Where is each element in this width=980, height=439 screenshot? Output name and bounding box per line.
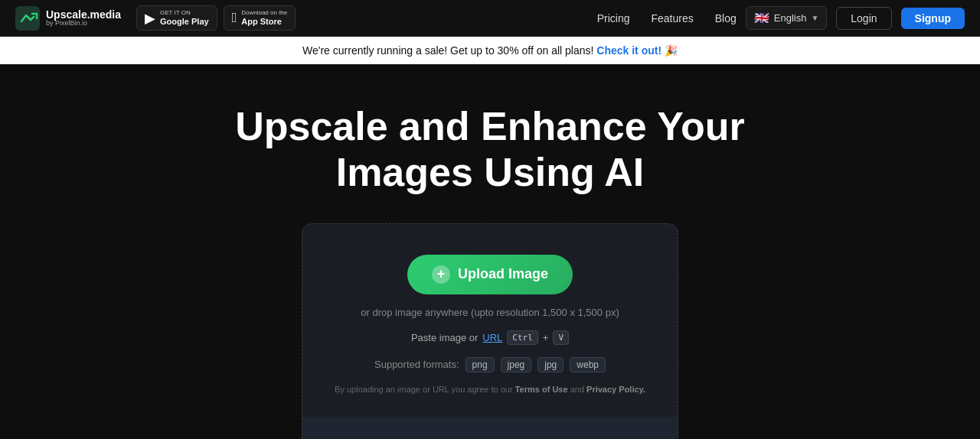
nav-features[interactable]: Features (651, 12, 693, 24)
signup-button[interactable]: Signup (901, 8, 965, 29)
google-play-button[interactable]: ▶ GET IT ON Google Play (136, 5, 217, 31)
app-store-button[interactable]:  Download on the App Store (224, 5, 296, 31)
bulk-section: Want to Upscale Images in bulk? (302, 417, 678, 439)
plus-icon: + (432, 265, 450, 284)
paste-prefix: Paste image or (411, 332, 478, 343)
sale-text: We're currently running a sale! Get up t… (302, 44, 596, 57)
legal-text: By uploading an image or URL you agree t… (335, 385, 645, 394)
hero-title: Upscale and Enhance Your Images Using AI (230, 104, 750, 196)
upload-card-inner: + Upload Image or drop image anywhere (u… (302, 224, 678, 417)
format-webp: webp (570, 357, 606, 372)
nav-blog[interactable]: Blog (715, 12, 737, 24)
upload-button-label: Upload Image (458, 266, 548, 282)
format-jpg: jpg (537, 357, 564, 372)
terms-link[interactable]: Terms of Use (515, 385, 568, 394)
language-selector[interactable]: 🇬🇧 English ▼ (746, 6, 828, 30)
language-label: English (774, 12, 807, 24)
kbd-ctrl: Ctrl (507, 330, 538, 345)
upload-card: + Upload Image or drop image anywhere (u… (302, 223, 678, 439)
format-jpeg: jpeg (501, 357, 532, 372)
nav-links: Pricing Features Blog (597, 12, 737, 24)
format-png: png (466, 357, 495, 372)
privacy-link[interactable]: Privacy Policy. (586, 385, 645, 394)
drop-hint: or drop image anywhere (upto resolution … (361, 307, 619, 318)
chevron-down-icon: ▼ (811, 14, 818, 22)
hero-section: Upscale and Enhance Your Images Using AI… (0, 64, 980, 439)
sale-link[interactable]: Check it out! (596, 44, 662, 57)
logo-link[interactable]: Upscale.media by PixelBin.io (15, 6, 121, 31)
formats-label: Supported formats: (374, 359, 459, 370)
nav-pricing[interactable]: Pricing (597, 12, 630, 24)
flag-icon: 🇬🇧 (754, 11, 769, 25)
google-play-icon: ▶ (145, 10, 155, 27)
bulk-icon (478, 435, 502, 439)
sale-emoji: 🎉 (665, 44, 678, 57)
kbd-plus: + (543, 332, 549, 343)
store-buttons: ▶ GET IT ON Google Play  Download on th… (136, 5, 296, 31)
paste-url-link[interactable]: URL (482, 332, 502, 343)
navbar: Upscale.media by PixelBin.io ▶ GET IT ON… (0, 0, 980, 37)
paste-row: Paste image or URL Ctrl + V (411, 330, 569, 345)
sale-banner: We're currently running a sale! Get up t… (0, 37, 980, 64)
apple-icon:  (232, 10, 237, 26)
formats-row: Supported formats: png jpeg jpg webp (374, 357, 606, 372)
upload-image-button[interactable]: + Upload Image (407, 255, 573, 294)
login-button[interactable]: Login (836, 7, 891, 30)
logo-icon (15, 6, 40, 31)
logo-text: Upscale.media by PixelBin.io (46, 9, 121, 27)
kbd-v: V (553, 330, 569, 345)
